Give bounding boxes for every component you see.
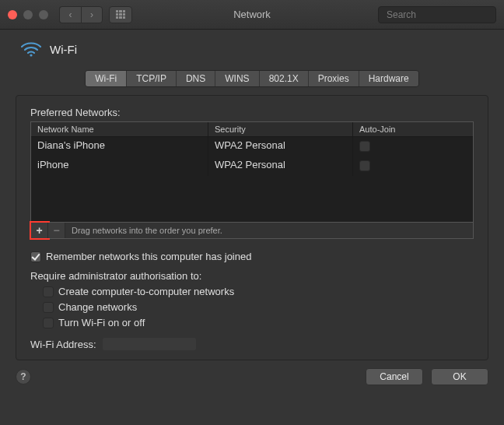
help-button[interactable]: ? — [16, 369, 31, 385]
back-button[interactable]: ‹ — [59, 6, 81, 23]
column-auto-join[interactable]: Auto-Join — [353, 122, 473, 136]
tab-hardware[interactable]: Hardware — [359, 71, 418, 86]
nav-buttons: ‹ › — [59, 6, 103, 23]
network-autojoin-cell — [353, 137, 473, 156]
preferred-networks-label: Preferred Networks: — [30, 107, 474, 118]
require-checkbox[interactable] — [43, 302, 54, 313]
preferred-networks-table[interactable]: Network Name Security Auto-Join Diana's … — [30, 121, 474, 223]
tab-8021x[interactable]: 802.1X — [260, 71, 309, 86]
require-option-row[interactable]: Turn Wi-Fi on or off — [43, 316, 474, 328]
ok-button[interactable]: OK — [431, 368, 488, 385]
tab-wins[interactable]: WINS — [215, 71, 259, 86]
require-auth-options: Create computer-to-computer networks Cha… — [30, 285, 474, 328]
add-network-button[interactable]: + — [31, 223, 48, 238]
require-option-row[interactable]: Create computer-to-computer networks — [43, 285, 474, 297]
footer: ? Cancel OK — [0, 360, 504, 395]
require-option-label: Turn Wi-Fi on or off — [58, 317, 145, 328]
require-checkbox[interactable] — [43, 318, 54, 328]
tab-proxies[interactable]: Proxies — [309, 71, 359, 86]
close-window-button[interactable] — [8, 10, 17, 19]
cancel-button[interactable]: Cancel — [366, 368, 423, 385]
drag-hint: Drag networks into the order you prefer. — [65, 226, 473, 235]
tab-bar: Wi-Fi TCP/IP DNS WINS 802.1X Proxies Har… — [16, 70, 488, 87]
maximize-window-button[interactable] — [39, 10, 48, 19]
tab-dns[interactable]: DNS — [177, 71, 215, 86]
window-controls — [8, 10, 48, 19]
tab-tcpip[interactable]: TCP/IP — [127, 71, 177, 86]
table-header: Network Name Security Auto-Join — [31, 122, 473, 137]
wifi-address-row: Wi-Fi Address: — [30, 338, 474, 350]
network-name-cell: Diana's iPhone — [31, 137, 208, 156]
tab-wifi[interactable]: Wi-Fi — [86, 71, 127, 86]
titlebar: ‹ › Network — [0, 0, 504, 30]
column-security[interactable]: Security — [208, 122, 353, 136]
require-auth-label: Require administrator authorisation to: — [30, 270, 474, 282]
require-option-row[interactable]: Change networks — [43, 300, 474, 313]
network-security-cell: WPA2 Personal — [208, 137, 353, 156]
grid-icon — [116, 10, 125, 19]
require-option-label: Create computer-to-computer networks — [58, 286, 234, 297]
column-network-name[interactable]: Network Name — [31, 122, 208, 136]
require-checkbox[interactable] — [43, 286, 54, 297]
wifi-address-value — [103, 338, 196, 350]
network-security-cell: WPA2 Personal — [208, 156, 353, 176]
table-row[interactable]: iPhone WPA2 Personal — [31, 156, 473, 176]
table-controls: + − Drag networks into the order you pre… — [30, 223, 474, 239]
remember-networks-label: Remember networks this computer has join… — [46, 251, 251, 262]
search-input[interactable] — [387, 9, 503, 20]
autojoin-checkbox[interactable] — [359, 160, 370, 171]
remember-networks-row[interactable]: Remember networks this computer has join… — [30, 250, 474, 262]
show-all-button[interactable] — [109, 6, 132, 23]
minimize-window-button[interactable] — [23, 10, 33, 19]
wifi-address-label: Wi-Fi Address: — [30, 339, 96, 350]
search-field[interactable] — [378, 6, 496, 23]
table-row[interactable]: Diana's iPhone WPA2 Personal — [31, 137, 473, 156]
content: Wi-Fi Wi-Fi TCP/IP DNS WINS 802.1X Proxi… — [0, 30, 504, 360]
remember-networks-checkbox[interactable] — [30, 251, 41, 262]
interface-label: Wi-Fi — [50, 43, 77, 56]
autojoin-checkbox[interactable] — [359, 141, 370, 152]
remove-network-button[interactable]: − — [48, 223, 65, 238]
svg-point-2 — [30, 54, 32, 56]
forward-button[interactable]: › — [81, 6, 103, 23]
network-name-cell: iPhone — [31, 156, 208, 176]
interface-header: Wi-Fi — [16, 40, 488, 58]
wifi-icon — [20, 40, 42, 58]
require-option-label: Change networks — [58, 301, 137, 313]
wifi-panel: Preferred Networks: Network Name Securit… — [16, 95, 488, 360]
network-autojoin-cell — [353, 156, 473, 176]
